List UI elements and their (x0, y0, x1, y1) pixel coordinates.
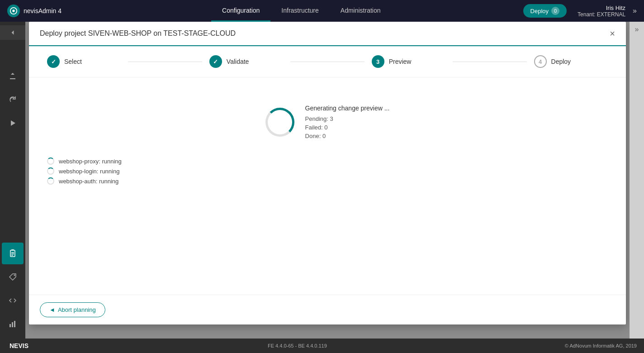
sidebar-item-upload[interactable] (2, 65, 24, 87)
step-circle-select: ✓ (47, 55, 60, 68)
abort-label: Abort planning (58, 306, 96, 313)
step-line-3 (453, 62, 526, 62)
nav-tab-administration[interactable]: Administration (330, 0, 392, 22)
step-line-1 (128, 62, 202, 62)
modal-body: Generating change preview ... Pending: 3… (29, 77, 626, 295)
step-label-select: Select (64, 58, 82, 65)
modal-header: Deploy project SIVEN-WEB-SHOP on TEST-ST… (29, 22, 626, 46)
deploy-count: 0 (551, 7, 559, 15)
app-name: nevisAdmin 4 (24, 7, 62, 14)
step-circle-deploy: 4 (534, 55, 547, 68)
loading-pending: Pending: 3 (305, 115, 390, 122)
modal-overlay: Deploy project SIVEN-WEB-SHOP on TEST-ST… (25, 22, 630, 339)
sidebar-item-play[interactable] (2, 112, 24, 134)
right-panel-expand-icon: » (635, 25, 639, 33)
step-deploy: 4 Deploy (534, 55, 608, 68)
loading-done: Done: 0 (305, 133, 390, 139)
svg-rect-5 (9, 324, 11, 327)
running-spinner-2 (47, 177, 54, 185)
step-select: ✓ Select (47, 55, 121, 68)
modal-footer: ◄ Abort planning (29, 295, 626, 324)
running-item-1: webshop-login: running (47, 167, 122, 175)
modal-title: Deploy project SIVEN-WEB-SHOP on TEST-ST… (40, 29, 236, 38)
step-circle-validate: ✓ (209, 55, 222, 68)
loading-spinner (265, 108, 294, 137)
sidebar-item-tag[interactable] (2, 266, 24, 288)
sidebar-item-refresh[interactable] (2, 89, 24, 110)
step-label-validate: Validate (227, 58, 249, 65)
bottom-bar: NEVIS FE 4.4.0-65 - BE 4.4.0.119 © AdNov… (0, 339, 644, 353)
deploy-label: Deploy (530, 8, 549, 14)
nav-tabs: Configuration Infrastructure Administrat… (80, 0, 523, 22)
step-label-deploy: Deploy (551, 58, 571, 65)
top-nav: nevisAdmin 4 Configuration Infrastructur… (0, 0, 644, 22)
sidebar-item-plus[interactable] (2, 42, 24, 63)
sidebar-item-code[interactable] (2, 290, 24, 311)
running-item-label-1: webshop-login: running (59, 168, 119, 175)
abort-planning-button[interactable]: ◄ Abort planning (40, 302, 105, 317)
step-line-2 (290, 62, 364, 62)
copyright: © AdNovum Informatik AG, 2019 (565, 343, 637, 348)
running-item-label-2: webshop-auth: running (59, 178, 118, 185)
loading-info: Generating change preview ... Pending: 3… (305, 105, 390, 139)
user-tenant: Tenant: EXTERNAL (578, 11, 625, 18)
right-panel[interactable]: » (630, 22, 644, 339)
loading-title: Generating change preview ... (305, 105, 390, 112)
abort-icon: ◄ (49, 306, 55, 313)
sidebar-item-clipboard[interactable] (2, 243, 24, 264)
main-layout: Deploy project SIVEN-WEB-SHOP on TEST-ST… (0, 22, 644, 339)
svg-marker-2 (11, 120, 15, 126)
modal-close-button[interactable]: × (610, 29, 615, 38)
app-logo: nevisAdmin 4 (7, 5, 62, 17)
stepper: ✓ Select ✓ Validate 3 Preview (29, 46, 626, 77)
running-item-0: webshop-proxy: running (47, 157, 122, 165)
nevis-logo: NEVIS (7, 341, 30, 350)
running-items-list: webshop-proxy: running webshop-login: ru… (47, 157, 122, 185)
running-spinner-0 (47, 157, 54, 165)
sidebar-collapse-button[interactable] (0, 25, 25, 40)
step-circle-preview: 3 (372, 55, 384, 68)
running-item-2: webshop-auth: running (47, 177, 122, 185)
svg-rect-6 (12, 322, 13, 327)
sidebar (0, 22, 25, 339)
svg-rect-3 (10, 250, 15, 257)
step-preview: 3 Preview (372, 55, 445, 68)
loading-failed: Failed: 0 (305, 124, 390, 131)
logo-icon (7, 5, 20, 17)
nav-tab-configuration[interactable]: Configuration (211, 0, 270, 22)
svg-point-4 (14, 275, 15, 276)
user-name: Iris Hitz (578, 5, 625, 11)
version-info: FE 4.4.0-65 - BE 4.4.0.119 (268, 343, 327, 348)
svg-point-1 (12, 10, 14, 12)
svg-text:NEVIS: NEVIS (9, 342, 28, 349)
sidebar-item-chart[interactable] (2, 313, 24, 335)
content-area: Deploy project SIVEN-WEB-SHOP on TEST-ST… (25, 22, 630, 339)
svg-rect-7 (14, 321, 15, 327)
spinner-container (265, 108, 294, 137)
expand-right-button[interactable]: » (633, 7, 637, 15)
deploy-modal: Deploy project SIVEN-WEB-SHOP on TEST-ST… (29, 22, 626, 324)
user-info: Iris Hitz Tenant: EXTERNAL (578, 5, 625, 18)
running-spinner-1 (47, 167, 54, 175)
deploy-button[interactable]: Deploy 0 (523, 4, 567, 18)
loading-area: Generating change preview ... Pending: 3… (47, 105, 608, 139)
nav-tab-infrastructure[interactable]: Infrastructure (270, 0, 329, 22)
step-label-preview: Preview (389, 58, 412, 65)
step-validate: ✓ Validate (209, 55, 283, 68)
running-item-label-0: webshop-proxy: running (59, 158, 122, 165)
